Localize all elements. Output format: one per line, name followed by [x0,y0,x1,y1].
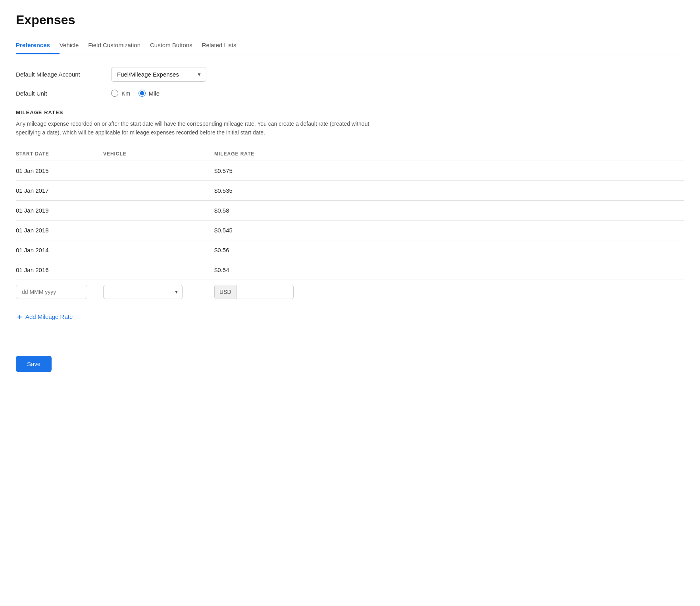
radio-mile-label: Mile [149,90,160,97]
table-row: 01 Jan 2016 $0.54 [16,260,684,280]
tab-preferences[interactable]: Preferences [16,37,60,54]
page-title: Expenses [16,13,684,27]
cell-mileage-rate: $0.58 [214,200,684,220]
plus-circle-icon: ＋ [16,313,23,320]
table-row: 01 Jan 2017 $0.535 [16,180,684,200]
table-row: 01 Jan 2014 $0.56 [16,240,684,260]
tabs-nav: Preferences Vehicle Field Customization … [16,37,684,54]
table-row: 01 Jan 2015 $0.575 [16,161,684,180]
radio-option-km[interactable]: Km [111,90,131,97]
tab-field-customization[interactable]: Field Customization [88,37,150,54]
cell-start-date: 01 Jan 2015 [16,161,103,180]
mileage-rates-description: Any mileage expense recorded on or after… [16,119,373,137]
new-rate-mileage-rate-cell: USD [214,280,684,304]
tab-related-lists[interactable]: Related Lists [202,37,246,54]
new-rate-vehicle-cell: ▼ [103,280,214,304]
default-mileage-account-row: Default Mileage Account Fuel/Mileage Exp… [16,67,684,82]
col-header-vehicle: VEHICLE [103,147,214,161]
cell-mileage-rate: $0.545 [214,220,684,240]
cell-start-date: 01 Jan 2019 [16,200,103,220]
radio-km[interactable] [111,90,118,97]
save-button[interactable]: Save [16,356,52,372]
radio-km-label: Km [121,90,131,97]
currency-badge: USD [215,285,237,299]
tab-vehicle[interactable]: Vehicle [60,37,88,54]
cell-vehicle [103,180,214,200]
default-mileage-account-label: Default Mileage Account [16,71,111,78]
divider [16,346,684,346]
cell-vehicle [103,220,214,240]
cell-vehicle [103,240,214,260]
cell-start-date: 01 Jan 2014 [16,240,103,260]
cell-start-date: 01 Jan 2018 [16,220,103,240]
table-row: 01 Jan 2018 $0.545 [16,220,684,240]
default-unit-row: Default Unit Km Mile [16,90,684,97]
rates-table-body: 01 Jan 2015 $0.575 01 Jan 2017 $0.535 01… [16,161,684,280]
add-mileage-rate-button[interactable]: ＋ Add Mileage Rate [16,313,73,320]
cell-start-date: 01 Jan 2017 [16,180,103,200]
cell-mileage-rate: $0.575 [214,161,684,180]
col-header-start-date: START DATE [16,147,103,161]
new-rate-amount-input[interactable] [237,285,293,299]
table-header-row: START DATE VEHICLE MILEAGE RATE [16,147,684,161]
cell-mileage-rate: $0.54 [214,260,684,280]
cell-vehicle [103,260,214,280]
mileage-rates-table: START DATE VEHICLE MILEAGE RATE 01 Jan 2… [16,147,684,304]
tab-custom-buttons[interactable]: Custom Buttons [150,37,202,54]
new-rate-vehicle-select-wrapper: ▼ [103,285,183,299]
new-rate-date-input[interactable] [16,285,87,299]
radio-option-mile[interactable]: Mile [138,90,160,97]
add-mileage-rate-label: Add Mileage Rate [25,313,73,320]
default-mileage-account-select-wrapper: Fuel/Mileage Expenses Vehicle Expenses T… [111,67,206,82]
default-unit-label: Default Unit [16,90,111,97]
cell-mileage-rate: $0.56 [214,240,684,260]
new-rate-input-row: ▼ USD [16,280,684,304]
table-row: 01 Jan 2019 $0.58 [16,200,684,220]
new-rate-date-cell [16,280,103,304]
cell-vehicle [103,161,214,180]
default-mileage-account-select[interactable]: Fuel/Mileage Expenses Vehicle Expenses T… [111,67,206,82]
cell-vehicle [103,200,214,220]
new-rate-vehicle-select[interactable] [103,285,183,299]
radio-mile[interactable] [138,90,146,97]
mileage-rates-section: MILEAGE RATES Any mileage expense record… [16,109,684,333]
preferences-section: Default Mileage Account Fuel/Mileage Exp… [16,67,684,97]
cell-mileage-rate: $0.535 [214,180,684,200]
col-header-mileage-rate: MILEAGE RATE [214,147,684,161]
currency-input-wrapper: USD [214,285,294,299]
cell-start-date: 01 Jan 2016 [16,260,103,280]
default-unit-radio-group: Km Mile [111,90,160,97]
mileage-rates-title: MILEAGE RATES [16,109,684,115]
